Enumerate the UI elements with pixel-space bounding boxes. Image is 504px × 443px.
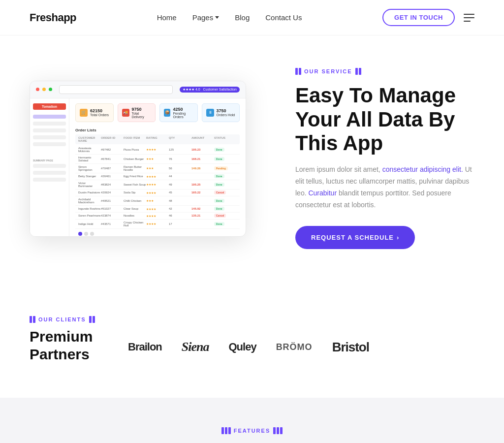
orders-section-label: Order Lists bbox=[75, 128, 240, 132]
open-quote-icon bbox=[295, 68, 301, 75]
stat-pending-label: Pending Orders bbox=[173, 112, 193, 119]
mockup-table-header: CUSTOMER NAME ORDER ID FOOD ITEM RATING … bbox=[75, 134, 240, 144]
table-row: Simon Springston #70487 Ramen Butter Noo… bbox=[75, 164, 240, 173]
dashboard-mockup: ★★★★ 4.0 Customer Satisfaction Tomation … bbox=[30, 81, 246, 237]
partners-row: OUR CLIENTS Premium Partners Brailon Sie… bbox=[30, 316, 474, 378]
service-section-label: OUR SERVICE bbox=[295, 68, 474, 75]
partner-logo-brailon: Brailon bbox=[128, 341, 162, 353]
nav-contact[interactable]: Contact Us bbox=[265, 13, 302, 22]
mockup-dot-red bbox=[36, 88, 39, 91]
partners-heading: Premium Partners bbox=[30, 328, 108, 363]
stat-delivery-label: Total Delivery bbox=[132, 112, 151, 119]
status-badge: Done bbox=[214, 199, 224, 203]
stat-orders-number: 62150 bbox=[90, 108, 109, 113]
table-row: Betty Stanger #26461 Egg Fried Rice ★★★★… bbox=[75, 173, 240, 180]
status-badge: Done bbox=[214, 148, 224, 152]
mockup-body: Tomation SUMMARY PAGE bbox=[30, 98, 246, 236]
stat-hold-label: Orders Hold bbox=[217, 113, 235, 117]
partner-logo-bromo: BRÖMO bbox=[276, 342, 313, 352]
hamburger-menu[interactable] bbox=[464, 14, 474, 22]
table-row: Hermanto Solstad #67841 Chicken Burger ★… bbox=[75, 155, 240, 164]
brand-logo[interactable]: Freshapp bbox=[30, 11, 76, 24]
partner-logo-bristol: Bristol bbox=[332, 340, 369, 355]
stat-icon-pending: 📦 bbox=[164, 109, 170, 117]
clients-section-label: OUR CLIENTS bbox=[30, 316, 128, 323]
col-amount: AMOUNT bbox=[191, 136, 214, 142]
navbar: Freshapp Home Pages Blog Contact Us GET … bbox=[0, 0, 504, 35]
stat-orders-label: Total Orders bbox=[90, 113, 109, 117]
mockup-sidebar-item[interactable] bbox=[33, 128, 66, 132]
chevron-down-icon bbox=[215, 16, 219, 19]
page-dot-active[interactable] bbox=[78, 232, 82, 236]
table-row: Indigo Hold #43571 Crispy Chicken Roll ★… bbox=[75, 220, 240, 229]
stat-card-hold: ⏸ 3750 Orders Hold bbox=[202, 103, 240, 122]
mockup-sidebar-item[interactable] bbox=[33, 164, 66, 168]
page-dot[interactable] bbox=[84, 232, 88, 236]
status-badge: Done bbox=[214, 207, 224, 211]
hero-content: OUR SERVICE Easy To Manage Your All Data… bbox=[295, 68, 474, 249]
mockup-topbar: ★★★★ 4.0 Customer Satisfaction bbox=[30, 81, 246, 98]
mockup-sidebar-item[interactable] bbox=[33, 142, 66, 146]
col-name: CUSTOMER NAME bbox=[78, 136, 101, 142]
mockup-dot-green bbox=[49, 88, 52, 91]
mockup-sidebar-item[interactable] bbox=[33, 115, 66, 119]
arrow-icon: › bbox=[397, 234, 399, 241]
open-quote-icon bbox=[221, 427, 231, 434]
stat-icon-delivery: 🚚 bbox=[122, 109, 129, 117]
mockup-sidebar-item[interactable] bbox=[33, 171, 66, 175]
partners-title-col: OUR CLIENTS Premium Partners bbox=[30, 316, 128, 378]
nav-home[interactable]: Home bbox=[157, 13, 177, 22]
col-qty: QTY bbox=[169, 136, 191, 142]
mockup-main: 🛒 62150 Total Orders 🚚 9750 Total Delive… bbox=[69, 98, 246, 236]
close-quote-icon bbox=[355, 68, 361, 75]
request-schedule-button[interactable]: REQUEST A SCHEDULE› bbox=[295, 226, 415, 249]
page-dot[interactable] bbox=[90, 232, 94, 236]
stat-card-pending: 📦 4250 Pending Orders bbox=[159, 103, 198, 122]
mockup-pagination bbox=[75, 229, 240, 236]
col-status: STATUS bbox=[214, 136, 237, 142]
hero-description: Lorem ipsum dolor sit amet, consectetur … bbox=[295, 164, 474, 211]
nav-links: Home Pages Blog Contact Us bbox=[157, 13, 302, 22]
hero-title: Easy To Manage Your All Data By This App bbox=[295, 84, 474, 155]
col-id: ORDER ID bbox=[101, 136, 124, 142]
nav-blog[interactable]: Blog bbox=[235, 13, 250, 22]
table-row: Dustin Paulstore #20924 Soda Sip ★★★★ 45… bbox=[75, 190, 240, 196]
stat-hold-number: 3750 bbox=[217, 108, 235, 113]
status-badge: Done bbox=[214, 183, 224, 187]
nav-right: GET IN TOUCH bbox=[382, 9, 474, 26]
mockup-sidebar: Tomation SUMMARY PAGE bbox=[30, 98, 69, 236]
stat-icon-orders: 🛒 bbox=[80, 109, 88, 117]
col-item: FOOD ITEM bbox=[124, 136, 146, 142]
status-badge: Done bbox=[214, 157, 224, 161]
hamburger-line bbox=[464, 17, 474, 18]
hero-mockup: ★★★★ 4.0 Customer Satisfaction Tomation … bbox=[30, 81, 266, 237]
partner-logo-quley: Quley bbox=[228, 341, 256, 353]
mockup-search-bar[interactable] bbox=[59, 85, 173, 94]
partner-logos: Brailon Siena Quley BRÖMO Bristol bbox=[128, 340, 474, 355]
hamburger-line bbox=[464, 21, 471, 22]
table-row: Anastasia Mckinnis #97482 Pizza Pizza ★★… bbox=[75, 145, 240, 155]
stat-pending-number: 4250 bbox=[173, 107, 193, 112]
features-section-label: FEATURES bbox=[221, 427, 283, 434]
status-badge: Done bbox=[214, 222, 224, 226]
hero-section: ★★★★ 4.0 Customer Satisfaction Tomation … bbox=[0, 35, 504, 272]
mockup-sidebar-item[interactable] bbox=[33, 122, 66, 126]
close-quote-icon bbox=[89, 316, 95, 323]
mockup-sidebar-item[interactable] bbox=[33, 135, 66, 139]
table-row: Archibald Mackinthorn #49521 Chilli Chic… bbox=[75, 196, 240, 206]
table-row: Victor Burtmaster #83824 Sweet Fish Soup… bbox=[75, 180, 240, 190]
stat-card-orders: 🛒 62150 Total Orders bbox=[75, 103, 114, 122]
hamburger-line bbox=[464, 14, 474, 15]
nav-pages[interactable]: Pages bbox=[192, 13, 220, 22]
mockup-sidebar-item[interactable] bbox=[33, 178, 66, 182]
status-badge: Done bbox=[214, 174, 224, 178]
mockup-dot-yellow bbox=[42, 88, 46, 91]
stat-delivery-number: 9750 bbox=[132, 107, 151, 112]
table-row: Ingunde Roshins #51027 Clear Soup ★★★★ 4… bbox=[75, 206, 240, 213]
status-badge: Cancel bbox=[214, 190, 226, 194]
get-in-touch-button[interactable]: GET IN TOUCH bbox=[382, 9, 455, 26]
col-rating: RATING bbox=[146, 136, 169, 142]
status-badge: Pending bbox=[214, 166, 228, 170]
open-quote-icon bbox=[30, 316, 35, 323]
clients-section: OUR CLIENTS Premium Partners Brailon Sie… bbox=[0, 291, 504, 398]
